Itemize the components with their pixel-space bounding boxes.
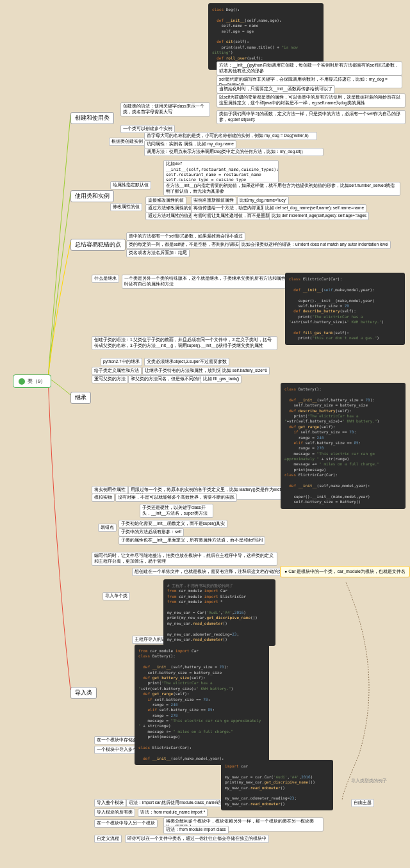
code-electriccar: class ElictricCar(Car): def __init__(sel… [285,273,405,345]
branch-mistakes[interactable]: 总结容易犯错的点 [70,239,126,251]
n-b1-6[interactable]: 调用方法：使用点表示方法来调用Dog类中定义的任何方法，比如：my_dog.si… [144,148,324,156]
n-b1-9[interactable]: 当初始化时时，只需要定义__init__函数再传参给就可以了 [217,85,335,93]
n-b4-18[interactable]: 子类的属性也在__init__里面定义，所有类属性方法通，而不是和def写列 [119,536,265,545]
n-b5-9[interactable]: 导入整个模块 [94,799,126,807]
n-b3-4[interactable]: 比如会报类似这样的错误：uindent does not match any o… [239,241,391,249]
n-b1-1[interactable]: 创建类的语法：使用关键字class来示一个类，类名首字母需要大写 [120,102,210,117]
n-b4-16[interactable]: 子类初始化需要__init__函数定义，而不是super()其实 [119,520,227,528]
n-b4-10[interactable]: 父类必须继承object,2.super不过需要参数 [144,358,229,366]
n-b2-2[interactable]: 修改属性的值 [110,203,142,211]
n-b4-11[interactable]: 让继承子类特有的方法和属性，放到父类后 [142,367,233,375]
n-b4-2[interactable]: 一个类是另外一个类的特殊版本，这个就是继承，子类继承父类的所有方法和属性，同时还… [122,275,298,289]
n-b4-6[interactable]: 重写父类的方法 [92,375,128,383]
n-b4-15[interactable]: 子类还是硬性，以关键字class开头，__init__方法名，super类方法 [140,504,213,518]
check-icon [19,378,25,385]
n-b4-5[interactable]: 给子类定义属性和方法 [92,367,142,375]
n-b4-12[interactable]: 和父类的方法同名，但是做不同的行为 [128,375,209,383]
branch-create-use[interactable]: 创建和使用类 [70,112,114,124]
code-import3: import car my_new_car = car.Car('Audi','… [221,760,333,810]
root-label: 类（9） [28,378,45,385]
n-b4-1[interactable]: 什么是继承 [92,275,119,283]
n-b3-2[interactable]: 类的每定第一列，都是self键，不是空格，否则执行调试不过 [126,241,250,249]
n-b4-14[interactable]: 没有对案，不是可以就能够多个高效世界，需要不断的实践 [115,494,237,502]
n-b1-10[interactable]: 以self为前缀的变量都是类的属性，可以供类中的所有方法使用，这是数据封装的精妙… [217,93,406,108]
branch-inherit[interactable]: 继承 [70,392,91,404]
callout-car-module: ● Car 是模块中的一个类，car_module为模块，也就是文件名 [280,566,410,577]
n-b4-8[interactable]: 易错点 [98,524,117,532]
n-b1-4[interactable]: 首字母大写的名称指的是类，小写的名称创建的实例，例如 my_dog = Dog(… [144,132,317,140]
code-battery: class Battery(): def __init__(self,batte… [281,383,406,509]
n-b3-3[interactable]: 类名或者方法名后面加：结尾 [126,249,190,257]
n-b4-17[interactable]: 子类中的方法必须有形参：self [119,528,184,536]
n-b5-12[interactable]: 语法：from module_name import * [138,808,208,817]
n-b3-1[interactable]: 类中的方法都有一个self形式参数，如果漏掉就会报不通过 [126,232,245,241]
n-b5-13[interactable]: 在一个模块中导入另一个模块 [94,819,158,828]
n-b4-9[interactable]: 模拟实物 [92,494,115,502]
n-b4-19[interactable]: 比如 self.battery_size=0 [220,367,270,375]
n-b2-13[interactable]: 比如 def increment_age(self,ages): self.ag… [269,212,369,220]
code-dog-class: class Dog(): def __init__(self,name,age)… [208,3,324,70]
n-b4-20[interactable]: 比如 fill_gas_tank() [201,375,242,383]
n-b5-17[interactable]: 即你可以在一个文件中类名，通过一你往往止都会存储在独立的模块中 [125,835,269,843]
n-b5-15[interactable]: 语法：from module import class [163,826,229,834]
n-b5-11[interactable]: 导入模块的所有类 [94,808,135,817]
n-b2-4[interactable]: 在方法__init__()内指定需要的初始值，如果这样做，就不用包含为他提供初始… [163,182,400,196]
n-b1-11[interactable]: 类似于我们高中学习的函数，定义方法一样，只是类中的方法，必须有一个self作为自… [217,110,406,124]
n-b2-10[interactable]: 有需时需让某属性递增值，而不是重新赋值 [191,212,281,220]
n-b5-2[interactable]: 导入单个类 [102,592,130,600]
n-b2-1[interactable]: 给属性指定默认值 [110,181,151,189]
branch-import[interactable]: 导入类 [70,687,97,699]
n-b5-16[interactable]: 自定义流程 [94,835,122,843]
n-b4-3[interactable]: 创建子类的语法：1.父类位于子类的前面，并且必须在同一个文件中，2.定义子类时，… [92,336,277,350]
n-b5-1[interactable]: 编写代码时，让文件尽可能地整洁，把类也放在模块中，然后在主程序中导，这样类的定义… [92,552,277,566]
n-b1-7[interactable]: 方法：__init__()python自动调用它创建，每创建一个实例时所有方法都… [217,61,402,76]
branch-use-instance[interactable]: 使用类和实例 [70,190,114,202]
n-b5-3[interactable]: 想创建在一个单独文件，也就是模块，需要有注释，注释后这文档存储的类 [132,568,285,576]
code-import2: from car_module import Car class Battery… [135,645,269,765]
n-b5-19[interactable]: 自由主题 [351,799,374,807]
root-node[interactable]: 类（9） [13,374,51,388]
callout-import: 导入类型类的例子 [349,778,389,785]
n-b4-4[interactable]: python2.7中的继承 [101,358,142,366]
code-import1: # 主程序，不用再书写类的繁琐代码了 from car_module impor… [163,579,275,646]
n-b1-3[interactable]: 根据类创建实例 [109,138,145,146]
